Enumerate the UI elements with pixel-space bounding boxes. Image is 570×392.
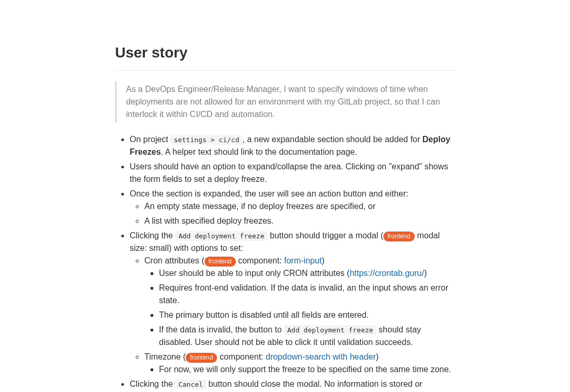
text: component:: [217, 352, 266, 361]
list-item: For now, we will only support the freeze…: [159, 363, 455, 376]
text: ): [424, 269, 427, 278]
text: Cron attributes (: [144, 256, 204, 265]
frontend-label: frontend: [186, 353, 217, 363]
list-item: Timezone (frontend component: dropdown-s…: [144, 351, 455, 376]
list-item: If the data is invalid, the button to Ad…: [159, 324, 455, 349]
quote-text: As a DevOps Engineer/Release Manager, I …: [126, 83, 455, 121]
text: button should trigger a modal (: [268, 231, 383, 240]
text: Timezone (: [144, 352, 186, 361]
page-title: User story: [115, 42, 455, 71]
dropdown-link[interactable]: dropdown-search with header: [266, 352, 376, 361]
list-item: Users should have an option to expand/co…: [130, 160, 455, 186]
code-snippet: Add deployment freeze: [284, 325, 376, 335]
spec-list: On project settings > ci/cd, a new expan…: [115, 133, 455, 392]
list-item: On project settings > ci/cd, a new expan…: [130, 133, 455, 158]
text: , a new expandable section should be add…: [243, 135, 423, 144]
frontend-label: frontend: [204, 257, 236, 267]
list-item: Clicking the Add deployment freeze butto…: [130, 229, 455, 376]
list-item: Requires front-end validation. If the da…: [159, 282, 455, 307]
text: . A helper text should link to the docum…: [161, 147, 357, 156]
list-item: Clicking the Cancel button should close …: [130, 378, 455, 392]
user-story-quote: As a DevOps Engineer/Release Manager, I …: [115, 81, 455, 123]
list-item: A list with specified deploy freezes.: [144, 215, 455, 227]
list-item: The primary button is disabled until all…: [159, 309, 455, 321]
text: Clicking the: [130, 231, 175, 240]
form-input-link[interactable]: form-input: [284, 256, 322, 265]
text: User should be able to input only CRON a…: [159, 269, 350, 278]
text: On project: [130, 135, 170, 144]
code-snippet: settings > ci/cd: [170, 135, 242, 145]
text: If the data is invalid, the button to: [159, 325, 284, 334]
text: Clicking the: [130, 379, 175, 388]
code-snippet: Cancel: [175, 379, 206, 389]
list-item: Once the section is expanded, the user w…: [130, 188, 455, 227]
list-item: Cron attributes (frontend component: for…: [144, 255, 455, 349]
list-item: User should be able to input only CRON a…: [159, 267, 455, 280]
list-item: An empty state message, if no deploy fre…: [144, 200, 455, 213]
code-snippet: Add deployment freeze: [175, 231, 267, 241]
text: ): [376, 352, 379, 361]
crontab-link[interactable]: https://crontab.guru/: [350, 269, 424, 278]
text: Once the section is expanded, the user w…: [130, 189, 408, 198]
frontend-label: frontend: [383, 232, 415, 241]
text: component:: [236, 256, 284, 265]
text: ): [322, 256, 324, 265]
